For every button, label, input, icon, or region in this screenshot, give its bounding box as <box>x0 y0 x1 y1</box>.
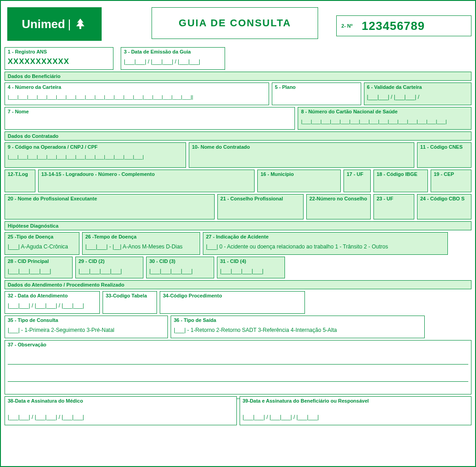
field-label: 18 - Código IBGE <box>377 171 425 177</box>
section-contratado: Dados do Contratado <box>5 131 471 141</box>
field-sub: |___| - 1-Retorno 2-Retorno SADT 3-Refer… <box>174 327 337 333</box>
field-label: 8 - Número do Cartão Nacional de Saúde <box>301 109 468 114</box>
field-38-assinatura-medico[interactable]: 38-Data e Assinatura do Médico |___|___|… <box>5 396 237 425</box>
field-21-conselho[interactable]: 21 - Conselho Profissional <box>217 194 304 219</box>
field-label: 9 - Código na Operadora / CNPJ / CPF <box>8 144 183 150</box>
field-28-cid-principal[interactable]: 28 - CID Principal |___|___|___|___| <box>5 257 73 278</box>
field-fill: |___|___| / |___|___| / |___|___| <box>243 414 319 420</box>
field-fill: |___|___| / |___|___| / |___|___| <box>8 302 84 309</box>
field-fill: |___|___| / |___|___| / <box>367 94 419 100</box>
field-label: 6 - Validade da Carteira <box>367 84 468 90</box>
field-fill: |___|___| / |___|___| / |___|___| <box>8 414 84 420</box>
field-label: 27 - Indicação de Acidente <box>206 234 445 239</box>
field-5-plano[interactable]: 5 - Plano <box>272 83 361 105</box>
field-26-tempo-doenca[interactable]: 26 -Tempo de Doença |___|___| - |__| A-A… <box>82 232 200 255</box>
field-20-profissional[interactable]: 20 - Nome do Profissional Executante <box>5 194 215 219</box>
field-35-tipo-consulta[interactable]: 35 - Tipo de Consulta |___| - 1-Primeira… <box>5 316 168 338</box>
field-label: 23 - UF <box>377 196 411 201</box>
field-25-tipo-doenca[interactable]: 25 -Tipo de Doença |___| A-Aguda C-Crôni… <box>5 232 79 255</box>
section-beneficiario: Dados do Beneficiário <box>5 72 471 81</box>
field-10-nome-contratado[interactable]: 10- Nome do Contratado <box>189 142 414 168</box>
field-label: 21 - Conselho Profissional <box>221 196 300 201</box>
field-label: 19 - CEP <box>434 171 468 177</box>
field-34-codigo-proc[interactable]: 34-Código Procedimento <box>160 291 305 314</box>
field-label: 37 - Observação <box>8 342 468 347</box>
field-label: 7 - Nome <box>8 109 292 114</box>
field-label: 13-14-15 - Logradouro - Número - Complem… <box>41 171 251 177</box>
field-label: 12-T.Log <box>8 171 32 177</box>
field-label: 38-Data e Assinatura do Médico <box>8 398 234 404</box>
field-sub: |___| - 1-Primeira 2-Seguimento 3-Pré-Na… <box>8 327 114 333</box>
field-12-tlog[interactable]: 12-T.Log <box>5 170 35 192</box>
field-label: 3 - Data de Emissão da Guia <box>124 49 222 54</box>
field-fill: |___|___|___|___|___|___|___|___|___|___… <box>8 94 193 100</box>
field-label: 26 -Tempo de Doença <box>85 234 197 239</box>
field-22-num-conselho[interactable]: 22-Número no Conselho <box>306 194 371 219</box>
field-18-codigo-ibge[interactable]: 18 - Código IBGE <box>373 170 428 192</box>
field-37-observacao[interactable]: 37 - Observação <box>5 340 471 394</box>
field-fill: |___|___|___|___| <box>8 268 51 274</box>
field-label: 29 - CID (2) <box>79 258 140 264</box>
field-label: 25 -Tipo de Doença <box>8 234 76 239</box>
field-label: 1 - Registro ANS <box>8 49 110 54</box>
field-11-codigo-cnes[interactable]: 11 - Código CNES <box>417 142 471 168</box>
consultation-form: Unimed | GUIA DE CONSULTA 2- Nº 12345678… <box>0 0 476 467</box>
field-8-cartao-nacional[interactable]: 8 - Número do Cartão Nacional de Saúde |… <box>298 107 471 130</box>
field-1-registro-ans[interactable]: 1 - Registro ANS XXXXXXXXXXX <box>5 47 113 70</box>
field-3-data-emissao[interactable]: 3 - Data de Emissão da Guia |___|___| / … <box>121 47 225 70</box>
field-sub: |___| 0 - Acidente ou doença relacionado… <box>206 243 388 250</box>
field-13-logradouro[interactable]: 13-14-15 - Logradouro - Número - Complem… <box>38 170 255 192</box>
field-label: 20 - Nome do Profissional Executante <box>8 196 211 201</box>
divider: | <box>68 17 71 31</box>
field-label: 28 - CID Principal <box>8 258 69 264</box>
field-24-cbo[interactable]: 24 - Código CBO S <box>417 194 471 219</box>
field-6-validade-carteira[interactable]: 6 - Validade da Carteira |___|___| / |__… <box>364 83 471 105</box>
field-fill: |___|___|___|___| <box>149 268 193 274</box>
field-label: 4 - Número da Carteira <box>8 84 266 90</box>
field-fill: |___|___|___|___| <box>79 268 122 274</box>
field-label: 16 - Município <box>260 171 338 177</box>
field-fill: |___|___| / |___|___| / |___|___| <box>124 58 200 65</box>
field-value: XXXXXXXXXXX <box>8 57 69 66</box>
field-label: 32 - Data do Atendimento <box>8 293 97 298</box>
field-16-municipio[interactable]: 16 - Município <box>257 170 341 192</box>
field-23-uf[interactable]: 23 - UF <box>373 194 414 219</box>
field-label: 11 - Código CNES <box>420 144 468 150</box>
field-36-tipo-saida[interactable]: 36 - Tipo de Saída |___| - 1-Retorno 2-R… <box>171 316 425 338</box>
field-label: 24 - Código CBO S <box>420 196 468 201</box>
field-label: 39-Data e Assinatura do Beneficiário ou … <box>243 398 469 404</box>
field-32-data-atendimento[interactable]: 32 - Data do Atendimento |___|___| / |__… <box>5 291 100 314</box>
section-hipotese: Hipótese Diagnóstica <box>5 221 471 230</box>
field-label: 10- Nome do Contratado <box>192 144 411 150</box>
field-30-cid3[interactable]: 30 - CID (3) |___|___|___|___| <box>146 257 214 278</box>
field-27-indicacao-acidente[interactable]: 27 - Indicação de Acidente |___| 0 - Aci… <box>203 232 448 255</box>
field-label: 35 - Tipo de Consulta <box>8 317 165 323</box>
field-33-codigo-tabela[interactable]: 33-Codigo Tabela <box>103 291 157 314</box>
field-7-nome[interactable]: 7 - Nome <box>5 107 295 130</box>
obs-line <box>8 358 468 365</box>
field-31-cid4[interactable]: 31 - CID (4) |___|___|___|___| <box>217 257 285 278</box>
guide-number-label: 2- Nº <box>341 23 353 29</box>
field-4-numero-carteira[interactable]: 4 - Número da Carteira |___|___|___|___|… <box>5 83 269 105</box>
unimed-logo: Unimed | <box>7 7 102 41</box>
guide-number-box: 2- Nº 123456789 <box>336 15 471 36</box>
field-label: 36 - Tipo de Saída <box>174 317 422 323</box>
section-atendimento: Dados do Atendimento / Procedimento Real… <box>5 280 471 289</box>
field-19-cep[interactable]: 19 - CEP <box>431 170 471 192</box>
brand-text: Unimed <box>22 17 65 31</box>
field-label: 22-Número no Conselho <box>309 196 368 201</box>
field-fill: |___|___|___|___|___|___|___|___|___|___… <box>8 154 144 160</box>
svg-rect-1 <box>79 26 81 29</box>
field-29-cid2[interactable]: 29 - CID (2) |___|___|___|___| <box>75 257 143 278</box>
tree-icon <box>74 17 87 31</box>
field-label: 33-Codigo Tabela <box>106 293 154 298</box>
field-label: 17 - UF <box>347 171 368 177</box>
obs-line <box>8 375 468 382</box>
field-label: 30 - CID (3) <box>149 258 211 264</box>
field-17-uf[interactable]: 17 - UF <box>344 170 371 192</box>
field-label: 34-Código Procedimento <box>163 293 302 298</box>
field-39-assinatura-beneficiario[interactable]: 39-Data e Assinatura do Beneficiário ou … <box>240 396 472 425</box>
field-sub: |___| A-Aguda C-Crônica <box>8 243 68 250</box>
field-fill: |___|___|___|___|___|___|___|___|___|___… <box>301 119 447 124</box>
field-9-codigo-operadora[interactable]: 9 - Código na Operadora / CNPJ / CPF |__… <box>5 142 186 168</box>
